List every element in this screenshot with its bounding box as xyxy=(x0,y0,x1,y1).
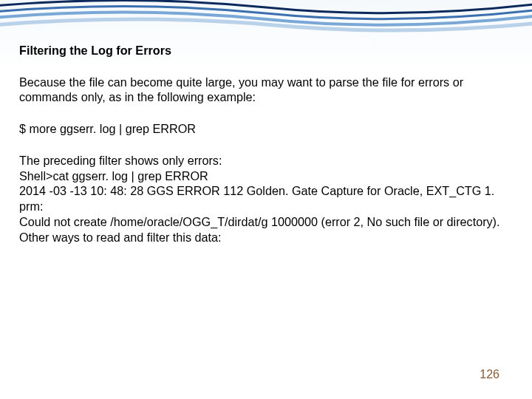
page-number: 126 xyxy=(480,368,499,381)
slide-content: Filtering the Log for Errors Because the… xyxy=(19,43,513,261)
header-swoosh xyxy=(0,0,532,44)
command-example: $ more ggserr. log | grep ERROR xyxy=(19,121,513,137)
intro-paragraph: Because the file can become quite large,… xyxy=(19,75,513,105)
output-block: The preceding filter shows only errors:S… xyxy=(19,153,513,245)
slide: Filtering the Log for Errors Because the… xyxy=(0,0,532,399)
section-heading: Filtering the Log for Errors xyxy=(19,43,513,58)
